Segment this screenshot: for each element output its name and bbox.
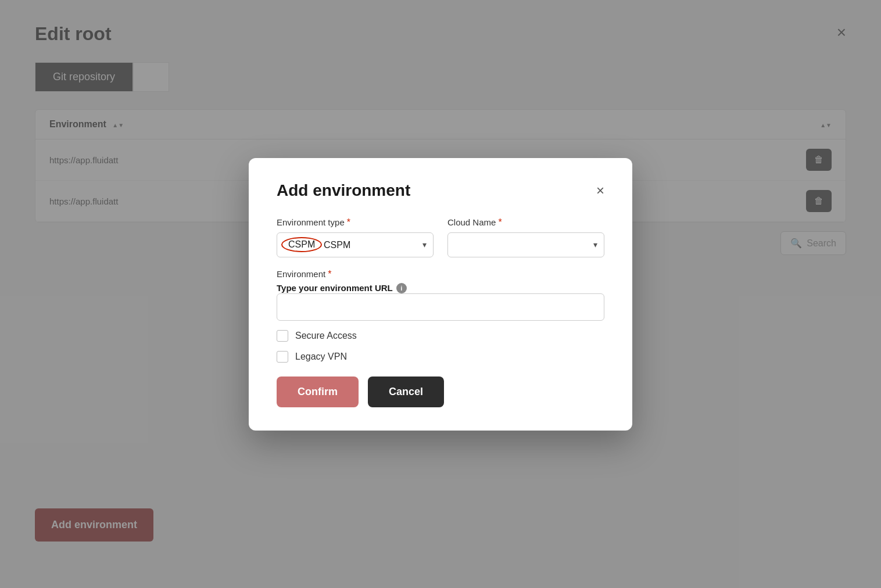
cloud-name-select[interactable] xyxy=(447,232,604,257)
form-row-type-cloud: Environment type * CSPM DAST SAST CSPM ▾… xyxy=(277,217,604,257)
modal-close-button[interactable]: × xyxy=(596,184,604,198)
env-url-input[interactable] xyxy=(277,293,604,321)
environment-label-row: Environment * xyxy=(277,269,604,279)
modal-title: Add environment xyxy=(277,181,410,200)
cloud-name-label: Cloud Name * xyxy=(447,217,604,228)
cloud-name-required: * xyxy=(498,217,502,228)
env-type-required: * xyxy=(347,217,350,228)
modal-actions: Confirm Cancel xyxy=(277,377,604,407)
env-type-group: Environment type * CSPM DAST SAST CSPM ▾ xyxy=(277,217,434,257)
legacy-vpn-row: Legacy VPN xyxy=(277,351,604,363)
secure-access-label: Secure Access xyxy=(295,331,357,341)
modal-backdrop: Add environment × Environment type * CSP… xyxy=(0,0,881,588)
cloud-name-group: Cloud Name * ▾ xyxy=(447,217,604,257)
legacy-vpn-label: Legacy VPN xyxy=(295,352,347,362)
cloud-name-select-wrapper: ▾ xyxy=(447,232,604,257)
env-url-label-row: Type your environment URL i xyxy=(277,283,604,293)
environment-section: Environment * Type your environment URL … xyxy=(277,269,604,321)
secure-access-row: Secure Access xyxy=(277,330,604,342)
modal-header: Add environment × xyxy=(277,181,604,200)
secure-access-checkbox[interactable] xyxy=(277,330,288,342)
env-url-info-icon[interactable]: i xyxy=(396,283,407,293)
environment-required: * xyxy=(328,269,331,279)
env-type-select-wrapper: CSPM DAST SAST CSPM ▾ xyxy=(277,232,434,257)
confirm-button[interactable]: Confirm xyxy=(277,377,359,407)
legacy-vpn-checkbox[interactable] xyxy=(277,351,288,363)
cancel-button[interactable]: Cancel xyxy=(368,377,444,407)
add-environment-modal: Add environment × Environment type * CSP… xyxy=(249,158,632,431)
environment-field-label: Environment * xyxy=(277,269,331,279)
env-type-label: Environment type * xyxy=(277,217,434,228)
env-type-select[interactable]: CSPM DAST SAST xyxy=(277,232,434,257)
